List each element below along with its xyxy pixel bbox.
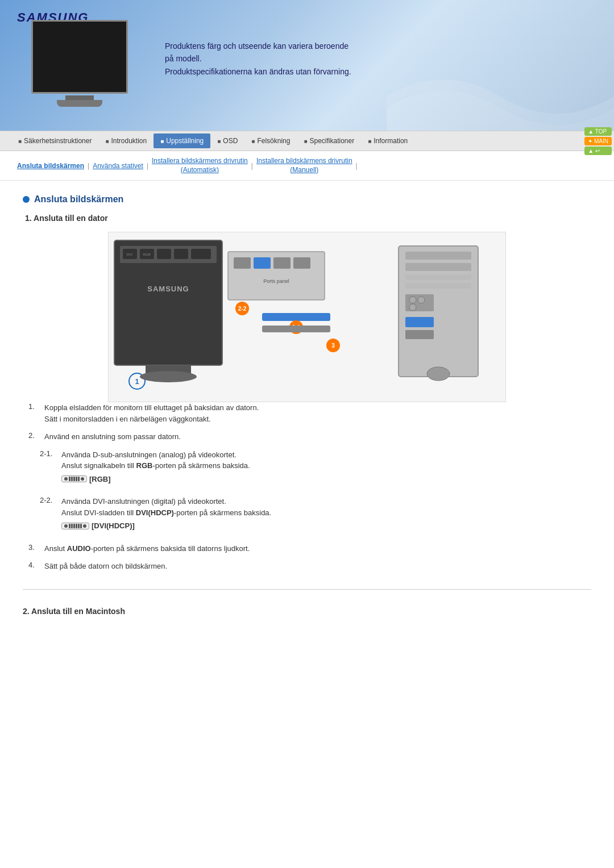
connection-diagram-svg: SAMSUNG DVI RGB Ports panel 2-2	[109, 235, 505, 399]
svg-rect-6	[174, 249, 188, 259]
nav-side-buttons: ▲ TOP ✦ MAIN ▲ ↩	[584, 131, 614, 151]
instruction-3: 3. Anslut AUDIO-porten på skärmens baksi…	[28, 543, 591, 554]
main-title-text: Ansluta bildskärmen	[34, 194, 123, 205]
monitor-image	[31, 20, 139, 119]
instruction-2: 2. Använd en anslutning som passar dator…	[28, 431, 591, 536]
instructions-list: 1. Koppla elsladden för monitorn till el…	[23, 402, 591, 572]
svg-point-35	[427, 367, 450, 381]
svg-text:RGB: RGB	[143, 253, 150, 256]
svg-rect-12	[254, 257, 271, 269]
svg-rect-34	[405, 330, 434, 339]
svg-point-31	[418, 297, 425, 303]
top-button[interactable]: ▲ TOP	[584, 127, 612, 136]
inst-text-2: Använd en anslutning som passar datorn.	[44, 431, 181, 443]
instruction-4: 4. Sätt på både datorn och bildskärmen.	[28, 561, 591, 572]
breadcrumb-sep-1: |	[88, 162, 89, 170]
svg-point-32	[409, 304, 416, 311]
inst-subnum-2-2: 2-2.	[40, 496, 57, 534]
breadcrumb-sep-2: |	[147, 162, 148, 170]
dvi-label: [DVI(HDCP)]	[92, 520, 135, 532]
inst-text-4: Sätt på både datorn och bildskärmen.	[44, 561, 167, 572]
svg-rect-33	[405, 317, 434, 327]
nav-item-introduktion[interactable]: ■ Introduktion	[98, 137, 154, 145]
subsection1-title: 1. Ansluta till en dator	[25, 214, 591, 223]
breadcrumb-stativet[interactable]: Använda stativet	[93, 162, 143, 170]
breadcrumb-ansluta[interactable]: Ansluta bildskärmen	[17, 162, 84, 170]
banner: SAMSUNG Produktens färg och utseende kan…	[0, 0, 614, 131]
svg-text:2-2: 2-2	[238, 306, 247, 312]
dvi-port-icon	[61, 523, 89, 529]
nav-item-information[interactable]: ■ Information	[361, 137, 414, 145]
svg-rect-27	[405, 274, 471, 280]
breadcrumb-drivrutin-auto[interactable]: Installera bildskärmens drivrutin(Automa…	[152, 157, 248, 174]
inst-text-1: Koppla elsladden för monitorn till elutt…	[44, 402, 259, 424]
svg-rect-21	[262, 326, 330, 332]
back-button[interactable]: ▲ ↩	[584, 147, 612, 155]
section-divider	[23, 589, 591, 590]
dvi-lines	[69, 524, 82, 528]
banner-wave-decoration	[387, 62, 614, 131]
dvi-port-icon-row: [DVI(HDCP)]	[61, 520, 271, 532]
inst-text-2-2: Använda DVI-anslutningen (digital) på vi…	[61, 496, 271, 534]
main-section-title: Ansluta bildskärmen	[23, 194, 591, 205]
svg-point-39	[140, 371, 197, 382]
svg-text:3: 3	[331, 343, 335, 349]
svg-text:1: 1	[135, 378, 139, 386]
svg-rect-25	[405, 252, 471, 260]
rgb-dot-2	[81, 477, 84, 481]
svg-rect-14	[293, 257, 310, 269]
breadcrumb-bar: Ansluta bildskärmen | Använda stativet |…	[0, 151, 614, 181]
inst-num-2: 2.	[28, 431, 40, 443]
banner-text: Produktens färg och utseende kan variera…	[165, 40, 351, 78]
inst-subnum-2-1: 2-1.	[40, 449, 57, 487]
dvi-dot-2	[83, 524, 86, 528]
navigation-bar: ■ Säkerhetsinstruktioner ■ Introduktion …	[0, 131, 614, 151]
connection-diagram: SAMSUNG DVI RGB Ports panel 2-2	[108, 232, 506, 402]
breadcrumb-drivrutin-manual[interactable]: Installera bildskärmens drivrutin(Manuel…	[256, 157, 352, 174]
inst-text-3: Anslut AUDIO-porten på skärmens baksida …	[44, 543, 250, 554]
breadcrumb-sep-4: |	[356, 162, 358, 170]
section2-title: 2. Ansluta till en Macintosh	[23, 607, 591, 616]
inst-num-3: 3.	[28, 543, 40, 554]
breadcrumb-sep-3: |	[251, 162, 253, 170]
inst-num-4: 4.	[28, 561, 40, 572]
instruction-2-2: 2-2. Använda DVI-anslutningen (digital) …	[40, 496, 591, 534]
svg-rect-18	[262, 313, 330, 321]
rgb-lines	[69, 477, 80, 481]
rgb-dot	[64, 477, 68, 481]
svg-rect-5	[157, 249, 171, 259]
rgb-label: [RGB]	[89, 474, 111, 485]
main-button[interactable]: ✦ MAIN	[584, 137, 612, 145]
svg-text:Ports panel: Ports panel	[263, 278, 289, 284]
instruction-2-1: 2-1. Använda D-sub-anslutningen (analog)…	[40, 449, 591, 487]
dvi-dot	[64, 524, 68, 528]
svg-rect-13	[273, 257, 291, 269]
svg-text:DVI: DVI	[127, 253, 132, 256]
rgb-port-icon	[61, 475, 87, 482]
main-content: Ansluta bildskärmen 1. Ansluta till en d…	[0, 181, 614, 639]
inst-text-2-1: Använda D-sub-anslutningen (analog) på v…	[61, 449, 250, 487]
nav-item-felsökning[interactable]: ■ Felsökning	[244, 137, 297, 145]
nav-item-osd[interactable]: ■ OSD	[210, 137, 244, 145]
nav-item-specifikationer[interactable]: ■ Specifikationer	[297, 137, 361, 145]
svg-rect-26	[405, 263, 471, 271]
svg-rect-7	[191, 249, 211, 259]
nav-item-uppstallning[interactable]: ■ Uppställning	[154, 133, 210, 148]
inst-num-1: 1.	[28, 402, 40, 424]
rgb-port-icon-row: [RGB]	[61, 474, 250, 485]
instruction-1: 1. Koppla elsladden för monitorn till el…	[28, 402, 591, 424]
svg-text:SAMSUNG: SAMSUNG	[147, 285, 189, 293]
svg-rect-28	[405, 283, 471, 289]
section-title-dot	[23, 196, 30, 203]
nav-item-sakerhet[interactable]: ■ Säkerhetsinstruktioner	[11, 137, 98, 145]
svg-rect-11	[234, 257, 251, 269]
svg-point-30	[409, 297, 416, 303]
